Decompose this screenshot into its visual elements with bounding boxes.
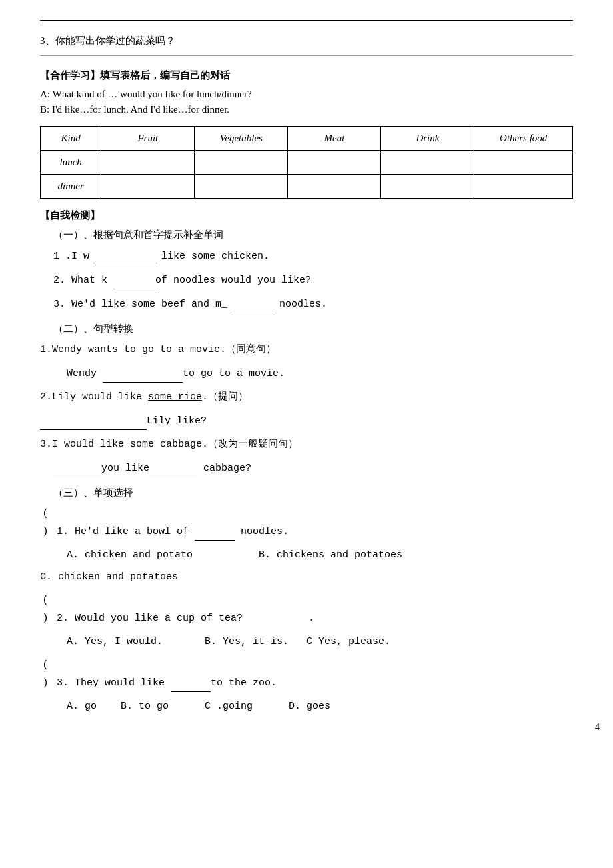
row-label-lunch: lunch	[41, 151, 101, 175]
exercise-2-2-line2: Lily like?	[40, 411, 573, 430]
paren-3-2[interactable]: ( )	[40, 591, 51, 627]
food-table: Kind Fruit Vegetables Meat Drink Others …	[40, 126, 573, 199]
divider-1	[40, 55, 573, 56]
options-3-3: A. go B. to go C .going D. goes	[67, 697, 573, 715]
exercise-2-1-line2: Wendy to go to a movie.	[40, 364, 573, 383]
cell-lunch-fruit[interactable]	[101, 151, 195, 175]
blank-1-3[interactable]	[233, 295, 273, 313]
header-drink: Drink	[381, 127, 474, 151]
page-number: 4	[595, 722, 600, 733]
cell-dinner-vegetables[interactable]	[195, 175, 288, 199]
table-header-row: Kind Fruit Vegetables Meat Drink Others …	[41, 127, 573, 151]
underline-some-rice: some rice	[148, 391, 202, 403]
exercise-3-3: ( ) 3. They would like to the zoo.	[40, 656, 573, 692]
paren-3-1[interactable]: ( )	[40, 505, 51, 541]
options-3-2: A. Yes, I would. B. Yes, it is. C Yes, p…	[67, 633, 573, 651]
cell-lunch-meat[interactable]	[288, 151, 381, 175]
options-3-1-c: C. chicken and potatoes	[40, 568, 573, 586]
cell-lunch-drink[interactable]	[381, 151, 474, 175]
exercise-2-3-line2: you like cabbage?	[40, 459, 573, 477]
header-vegetables: Vegetables	[195, 127, 288, 151]
row-label-dinner: dinner	[41, 175, 101, 199]
cooperative-section: 【合作学习】填写表格后，编写自己的对话 A: What kind of … wo…	[40, 69, 573, 115]
question-3-text: 3、你能写出你学过的蔬菜吗？	[40, 35, 573, 47]
cell-dinner-meat[interactable]	[288, 175, 381, 199]
exercise-1-1: 1 .I w like some chicken.	[40, 247, 573, 265]
header-meat: Meat	[288, 127, 381, 151]
section1-title: （一）、根据句意和首字提示补全单词	[40, 229, 573, 241]
exercise-1-2: 2. What k of noodles would you like?	[40, 271, 573, 289]
blank-1-2[interactable]	[113, 271, 155, 289]
table-row-dinner: dinner	[41, 175, 573, 199]
question-3-section: 3、你能写出你学过的蔬菜吗？	[40, 35, 573, 56]
options-3-1-ab: A. chicken and potato B. chickens and po…	[67, 546, 573, 564]
paren-3-3[interactable]: ( )	[40, 656, 51, 692]
blank-2-1[interactable]	[103, 364, 183, 383]
cell-lunch-vegetables[interactable]	[195, 151, 288, 175]
header-others-food: Others food	[474, 127, 573, 151]
exercise-2-2-line1: 2.Lily would like some rice.（提问）	[40, 388, 573, 406]
exercise-3-1: ( ) 1. He'd like a bowl of noodles.	[40, 505, 573, 541]
blank-3-3[interactable]	[171, 673, 211, 692]
dialogue-b: B: I'd like…for lunch. And I'd like…for …	[40, 104, 573, 115]
cooperative-title: 【合作学习】填写表格后，编写自己的对话	[40, 69, 573, 82]
header-fruit: Fruit	[101, 127, 195, 151]
blank-2-3a[interactable]	[53, 459, 101, 477]
blank-2-3b[interactable]	[149, 459, 197, 477]
top-lines	[40, 20, 573, 25]
dialogue-a: A: What kind of … would you like for lun…	[40, 89, 573, 100]
section2-title: （二）、句型转换	[40, 323, 573, 335]
exercise-2-1-line1: 1.Wendy wants to go to a movie.（同意句）	[40, 341, 573, 359]
exercise-1-3: 3. We'd like some beef and m_ noodles.	[40, 295, 573, 313]
cell-lunch-others[interactable]	[474, 151, 573, 175]
exercise-2-3-line1: 3.I would like some cabbage.（改为一般疑问句）	[40, 435, 573, 453]
cell-dinner-drink[interactable]	[381, 175, 474, 199]
section3-title: （三）、单项选择	[40, 487, 573, 499]
cell-dinner-others[interactable]	[474, 175, 573, 199]
blank-1-1[interactable]	[95, 247, 155, 265]
exercise-3-2: ( ) 2. Would you like a cup of tea? .	[40, 591, 573, 627]
self-check-title: 【自我检测】	[40, 209, 573, 222]
cell-dinner-fruit[interactable]	[101, 175, 195, 199]
table-row-lunch: lunch	[41, 151, 573, 175]
header-kind: Kind	[41, 127, 101, 151]
blank-3-1[interactable]	[195, 522, 235, 541]
blank-2-2[interactable]	[40, 411, 147, 430]
